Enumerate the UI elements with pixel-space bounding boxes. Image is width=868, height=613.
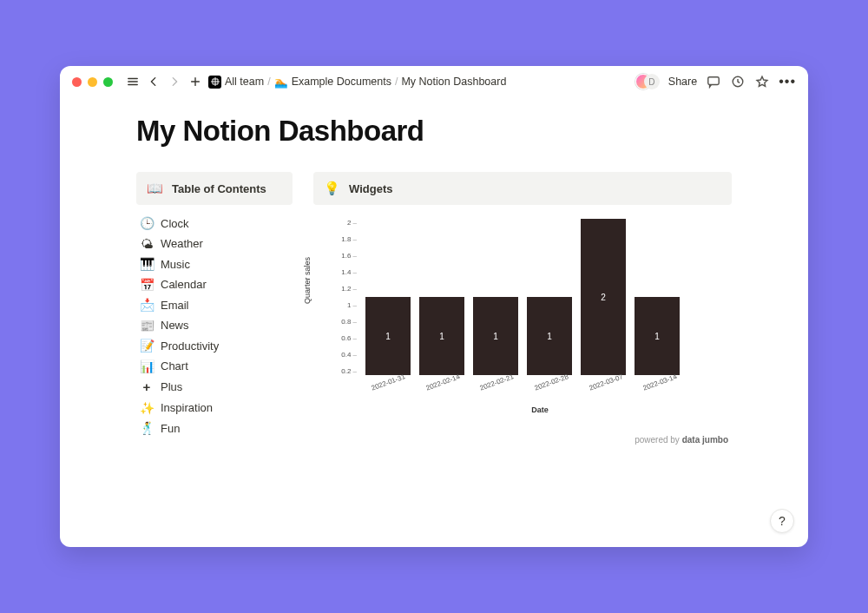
toc-item-label: Email	[161, 299, 189, 312]
music-icon: 🎹	[140, 257, 154, 271]
breadcrumb-root[interactable]: All team	[208, 76, 264, 89]
chart-bar: 1	[635, 297, 680, 375]
share-button[interactable]: Share	[668, 76, 697, 88]
forward-button[interactable]	[167, 74, 182, 89]
toc-item-label: Inspiration	[161, 401, 213, 414]
toc-item-news[interactable]: 📰News	[138, 318, 291, 333]
comment-icon[interactable]	[706, 74, 721, 89]
app-window: All team / 🏊 Example Documents / My Noti…	[60, 66, 808, 547]
toc-item-label: Fun	[161, 422, 180, 435]
chart-ylabel: Quarter sales	[303, 257, 312, 304]
breadcrumb-folder[interactable]: 🏊 Example Documents	[274, 76, 391, 89]
calendar-icon: 📅	[140, 278, 154, 292]
toc-item-weather[interactable]: 🌤Weather	[138, 236, 291, 252]
chart-yticks: 21.81.61.41.210.80.60.40.2	[338, 219, 357, 375]
toc-item-label: Music	[161, 258, 190, 271]
toc-item-clock[interactable]: 🕒Clock	[138, 215, 291, 231]
toc-list: 🕒Clock🌤Weather🎹Music📅Calendar📩Email📰News…	[136, 214, 293, 438]
widgets-column: 💡 Widgets Quarter sales 21.81.61.41.210.…	[313, 172, 732, 445]
fun-icon: 🕺	[140, 421, 154, 435]
page-content: My Notion Dashboard 📖 Table of Contents …	[60, 97, 808, 445]
chart-ytick: 1	[338, 301, 357, 309]
folder-emoji-icon: 🏊	[274, 76, 288, 89]
chart-bars: 111121	[364, 219, 681, 375]
chart-attribution: powered by data jumbo	[313, 435, 732, 445]
chart-xlabel: Date	[348, 405, 732, 414]
toc-item-chart[interactable]: 📊Chart	[138, 359, 291, 374]
chart-icon: 📊	[140, 359, 154, 373]
clock-icon[interactable]	[730, 74, 746, 89]
star-icon[interactable]	[754, 74, 770, 89]
toc-item-label: Plus	[161, 380, 182, 393]
chart-bar: 1	[473, 297, 518, 375]
chart-ytick: 1.6	[338, 252, 357, 260]
breadcrumb-page-label: My Notion Dashboard	[401, 76, 506, 88]
svg-rect-0	[708, 77, 719, 85]
toc-item-calendar[interactable]: 📅Calendar	[138, 277, 291, 293]
back-button[interactable]	[146, 74, 161, 89]
chart-widget: Quarter sales 21.81.61.41.210.80.60.40.2…	[313, 214, 732, 445]
toc-item-label: Clock	[161, 217, 189, 230]
chart-ytick: 2	[338, 219, 357, 227]
more-icon[interactable]: •••	[779, 74, 796, 89]
minimize-window-button[interactable]	[88, 77, 97, 87]
toc-item-inspiration[interactable]: ✨Inspiration	[138, 400, 291, 416]
productivity-icon: 📝	[140, 339, 154, 353]
breadcrumb-page[interactable]: My Notion Dashboard	[401, 76, 506, 88]
toc-item-label: Chart	[161, 359, 188, 372]
chart-ytick: 0.6	[338, 334, 357, 342]
lightbulb-icon: 💡	[324, 181, 340, 196]
clock-icon: 🕒	[140, 216, 154, 230]
window-controls	[72, 77, 113, 87]
maximize-window-button[interactable]	[103, 77, 113, 87]
hamburger-icon[interactable]	[125, 74, 141, 89]
chart-ytick: 1.8	[338, 235, 357, 243]
toc-item-label: Weather	[161, 237, 203, 250]
chart-ytick: 0.4	[338, 351, 357, 359]
new-page-button[interactable]	[187, 74, 203, 89]
chart-bar: 1	[419, 297, 464, 375]
toc-item-label: Productivity	[161, 339, 219, 353]
toc-header: 📖 Table of Contents	[136, 172, 293, 205]
toc-item-label: Calendar	[161, 278, 207, 291]
toc-header-label: Table of Contents	[172, 182, 266, 195]
breadcrumb-separator: /	[267, 76, 270, 88]
chart-ytick: 1.4	[338, 268, 357, 276]
breadcrumb-folder-label: Example Documents	[292, 76, 391, 88]
book-icon: 📖	[147, 181, 163, 196]
chart-ytick: 0.8	[338, 318, 357, 326]
close-window-button[interactable]	[72, 77, 82, 87]
chart-ytick: 1.2	[338, 285, 357, 293]
chart-plot-area: 21.81.61.41.210.80.60.40.2 111121	[360, 219, 681, 375]
toc-item-productivity[interactable]: 📝Productivity	[138, 338, 291, 353]
page-title: My Notion Dashboard	[136, 115, 732, 148]
email-icon: 📩	[140, 298, 154, 312]
widgets-header: 💡 Widgets	[313, 172, 732, 205]
chart-bar: 1	[365, 297, 411, 375]
toc-column: 📖 Table of Contents 🕒Clock🌤Weather🎹Music…	[136, 172, 293, 445]
avatar-collaborator[interactable]: D	[644, 74, 660, 89]
toc-item-email[interactable]: 📩Email	[138, 297, 291, 313]
titlebar: All team / 🏊 Example Documents / My Noti…	[60, 66, 808, 97]
chart-bar: 2	[581, 219, 626, 375]
powered-brand: data jumbo	[682, 435, 728, 445]
chart-xcategories: 2022-01-312022-02-142022-02-212022-02-28…	[364, 375, 685, 386]
widgets-header-label: Widgets	[349, 182, 392, 195]
plus-icon: +	[140, 379, 154, 394]
toc-item-fun[interactable]: 🕺Fun	[138, 420, 291, 436]
inspiration-icon: ✨	[140, 401, 154, 415]
news-icon: 📰	[140, 319, 154, 333]
breadcrumb: All team / 🏊 Example Documents / My Noti…	[208, 76, 506, 89]
toc-item-label: News	[161, 319, 189, 332]
chart-ytick: 0.2	[338, 367, 357, 375]
powered-prefix: powered by	[635, 435, 681, 445]
weather-icon: 🌤	[140, 237, 154, 251]
toc-item-plus[interactable]: +Plus	[138, 379, 291, 395]
workspace-icon	[208, 76, 221, 89]
breadcrumb-separator: /	[395, 76, 398, 88]
header-actions: D Share •••	[635, 74, 796, 89]
breadcrumb-root-label: All team	[225, 76, 264, 88]
toc-item-music[interactable]: 🎹Music	[138, 256, 291, 272]
chart-bar: 1	[527, 297, 572, 375]
help-button[interactable]: ?	[770, 509, 794, 533]
